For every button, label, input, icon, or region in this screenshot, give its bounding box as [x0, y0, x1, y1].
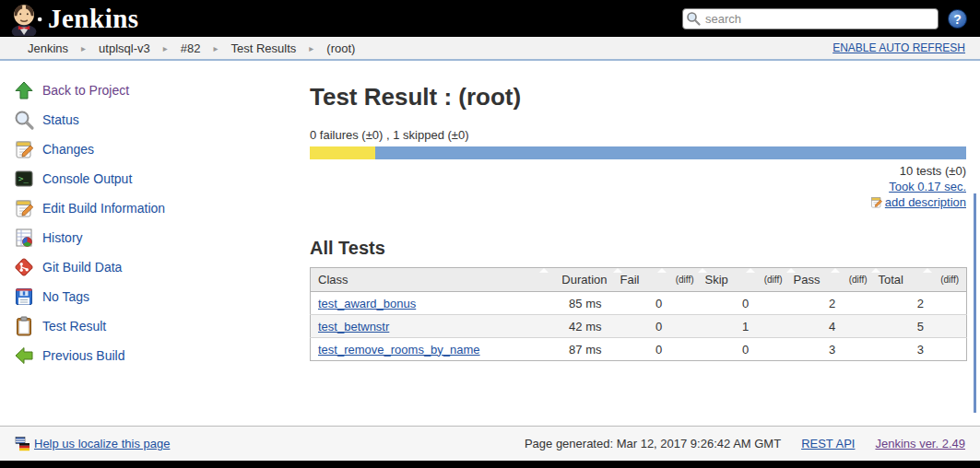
sidebar-item-previous-build[interactable]: Previous Build	[0, 341, 304, 370]
table-row: test_award_bonus 85 ms 0 0 2 2	[311, 292, 967, 315]
sidebar-item-no-tags[interactable]: No Tags	[0, 282, 304, 311]
total-cell: 3	[875, 338, 967, 361]
history-icon	[13, 227, 35, 249]
rest-api-link[interactable]: REST API	[801, 437, 855, 450]
duration-cell: 85 ms	[543, 292, 617, 315]
took-link[interactable]: Took 0.17 sec.	[889, 180, 966, 193]
column-header-pass-diff[interactable]: (diff)	[834, 268, 875, 292]
search-input[interactable]	[682, 8, 939, 29]
breadcrumb-item-test-results[interactable]: Test Results	[231, 41, 297, 55]
left-arrow-icon	[13, 345, 35, 367]
tests-count: 10 tests (±0)	[310, 163, 966, 179]
table-header-row: Class Duration Fail (diff) Skip (diff) P…	[311, 268, 967, 292]
breadcrumb-item-utplsql-v3[interactable]: utplsql-v3	[99, 41, 150, 55]
breadcrumb: Jenkins▸utplsql-v3▸#82▸Test Results▸(roo…	[0, 37, 980, 61]
sidebar-item-changes[interactable]: Changes	[0, 135, 304, 164]
sidebar: Back to Project Status Changes >_ Consol…	[0, 76, 304, 370]
search-icon	[686, 11, 701, 26]
all-tests-table: Class Duration Fail (diff) Skip (diff) P…	[310, 267, 967, 361]
edit-description-icon	[869, 195, 883, 209]
breadcrumb-item--82[interactable]: #82	[181, 41, 201, 55]
floppy-icon	[13, 286, 35, 308]
passed-bar-segment	[375, 146, 966, 159]
duration-cell: 87 ms	[543, 338, 617, 361]
breadcrumb-separator-icon: ▸	[309, 43, 313, 53]
scrollbar-indicator[interactable]	[974, 193, 976, 413]
clipboard-icon	[13, 315, 35, 337]
top-bar: Jenkins ?	[0, 0, 980, 37]
skip-cell: 0	[702, 292, 790, 315]
search-box	[682, 8, 939, 29]
test-class-link-test_betwnstr[interactable]: test_betwnstr	[318, 320, 389, 333]
jenkins-butler-logo-icon[interactable]	[7, 1, 42, 36]
help-icon[interactable]: ?	[948, 9, 967, 29]
failures-summary: 0 failures (±0) , 1 skipped (±0)	[310, 128, 966, 142]
page-title: Test Result : (root)	[310, 83, 966, 111]
test-class-link-test_remove_rooms_by_name[interactable]: test_remove_rooms_by_name	[318, 343, 480, 357]
column-header-skip[interactable]: Skip	[702, 268, 750, 292]
fail-cell: 0	[617, 292, 702, 315]
main-panel: Test Result : (root) 0 failures (±0) , 1…	[310, 72, 966, 361]
breadcrumb-separator-icon: ▸	[213, 43, 218, 53]
enable-auto-refresh-link[interactable]: ENABLE AUTO REFRESH	[832, 41, 965, 54]
column-header-total[interactable]: Total	[875, 268, 927, 292]
column-header-fail-diff[interactable]: (diff)	[661, 268, 702, 292]
bottom-bar	[0, 461, 980, 468]
flags-icon	[15, 437, 30, 451]
duration-cell: 42 ms	[543, 315, 617, 338]
notepad-icon	[13, 197, 35, 219]
table-row: test_betwnstr 42 ms 0 1 4 5	[311, 315, 967, 338]
pass-cell: 4	[790, 315, 875, 338]
breadcrumb-item--root-[interactable]: (root)	[326, 41, 355, 55]
localize-link[interactable]: Help us localize this page	[15, 437, 170, 451]
sidebar-item-edit-build-information[interactable]: Edit Build Information	[0, 193, 304, 223]
svg-text:>_: >_	[18, 174, 29, 183]
total-cell: 5	[875, 315, 967, 338]
skip-cell: 0	[702, 338, 790, 361]
table-row: test_remove_rooms_by_name 87 ms 0 0 3 3	[311, 338, 967, 361]
total-cell: 2	[875, 292, 967, 315]
breadcrumb-separator-icon: ▸	[163, 43, 168, 53]
up-arrow-icon	[13, 79, 35, 101]
git-icon	[13, 256, 35, 278]
terminal-icon: >_	[13, 168, 35, 190]
jenkins-version-link[interactable]: Jenkins ver. 2.49	[875, 437, 965, 450]
column-header-skip-diff[interactable]: (diff)	[750, 268, 790, 292]
brand-title: Jenkins	[48, 4, 139, 34]
sidebar-item-back-to-project[interactable]: Back to Project	[0, 76, 304, 105]
sidebar-item-status[interactable]: Status	[0, 105, 304, 135]
fail-cell: 0	[617, 315, 702, 338]
breadcrumb-separator-icon: ▸	[81, 43, 86, 53]
sidebar-item-history[interactable]: History	[0, 223, 304, 252]
skip-cell: 1	[702, 315, 790, 338]
test-result-bar	[310, 146, 966, 159]
notepad-icon	[13, 138, 35, 160]
pass-cell: 3	[790, 338, 875, 361]
sidebar-item-console-output[interactable]: >_ Console Output	[0, 164, 304, 193]
skipped-bar-segment	[310, 146, 375, 159]
column-header-duration[interactable]: Duration	[543, 268, 617, 292]
column-header-class[interactable]: Class	[311, 268, 543, 292]
magnifier-icon	[13, 109, 35, 131]
footer: Help us localize this page Page generate…	[0, 426, 980, 461]
fail-cell: 0	[617, 338, 702, 361]
breadcrumb-items: Jenkins▸utplsql-v3▸#82▸Test Results▸(roo…	[15, 41, 361, 55]
page-generated-text: Page generated: Mar 12, 2017 9:26:42 AM …	[525, 437, 781, 450]
sidebar-item-test-result[interactable]: Test Result	[0, 311, 304, 341]
test-class-link-test_award_bonus[interactable]: test_award_bonus	[318, 297, 416, 310]
all-tests-heading: All Tests	[310, 238, 966, 259]
column-header-fail[interactable]: Fail	[617, 268, 661, 292]
breadcrumb-item-jenkins[interactable]: Jenkins	[28, 41, 68, 55]
column-header-pass[interactable]: Pass	[790, 268, 834, 292]
pass-cell: 2	[790, 292, 875, 315]
sidebar-item-git-build-data[interactable]: Git Build Data	[0, 252, 304, 282]
add-description-link[interactable]: add description	[885, 194, 966, 210]
column-header-total-diff[interactable]: (diff)	[927, 268, 967, 292]
